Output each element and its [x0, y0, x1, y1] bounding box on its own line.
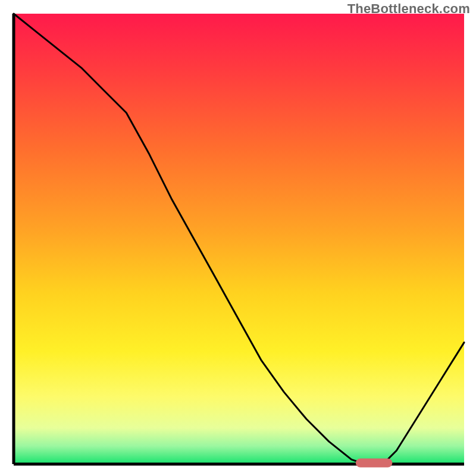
plot-gradient-background [14, 14, 464, 464]
optimal-marker [356, 459, 392, 467]
bottleneck-chart [0, 0, 476, 476]
